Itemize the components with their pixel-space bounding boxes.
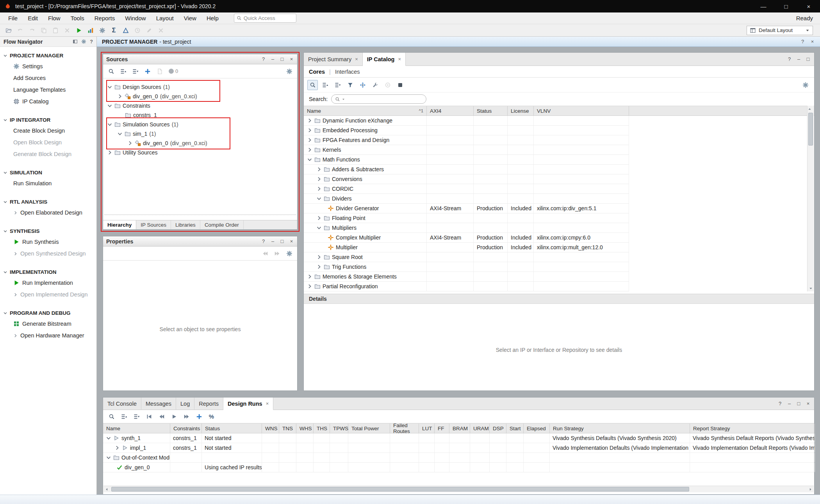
column-header-vlnv[interactable]: VLNV <box>534 106 629 115</box>
forward-arrow-icon[interactable] <box>272 248 282 259</box>
menu-tools[interactable]: Tools <box>66 15 89 21</box>
sidebar-item-run-synthesis[interactable]: Run Synthesis <box>0 236 96 248</box>
column-header-failed-routes[interactable]: Failed Routes <box>390 424 419 433</box>
tree-row-utility-sources[interactable]: Utility Sources <box>103 148 297 157</box>
sidebar-item-generate-bitstream[interactable]: Generate Bitstream <box>0 318 96 330</box>
expand-all-icon[interactable] <box>130 66 141 76</box>
tree-row-constrs-1[interactable]: constrs_1 <box>103 110 297 120</box>
column-header-status[interactable]: Status <box>474 106 508 115</box>
column-header-bram[interactable]: BRAM <box>449 424 470 433</box>
table-row-out-of-context-module-runs[interactable]: Out-of-Context Module Runs <box>103 453 814 463</box>
column-header-constraints[interactable]: Constraints <box>170 424 202 433</box>
tab-hierarchy[interactable]: Hierarchy <box>103 220 136 229</box>
settings-gear-icon[interactable] <box>284 66 294 76</box>
sidebar-item-open-synthesized-design[interactable]: Open Synthesized Design <box>0 248 96 259</box>
flow-section-header-implementation[interactable]: IMPLEMENTATION <box>0 267 96 277</box>
minimize-icon[interactable]: – <box>796 56 801 62</box>
table-row-embedded-processing[interactable]: Embedded Processing <box>304 126 629 135</box>
target-icon[interactable] <box>382 80 393 90</box>
dock-icon[interactable] <box>73 39 78 44</box>
scrollbar-thumb[interactable] <box>111 487 689 492</box>
menu-layout[interactable]: Layout <box>151 15 179 21</box>
table-row-conversions[interactable]: Conversions <box>304 174 629 184</box>
flow-section-header-simulation[interactable]: SIMULATION <box>0 168 96 177</box>
step-back-icon[interactable] <box>156 412 167 422</box>
menu-flow[interactable]: Flow <box>43 15 66 21</box>
close-icon[interactable]: × <box>289 56 294 62</box>
column-header-total-power[interactable]: Total Power <box>348 424 390 433</box>
expand-all-icon[interactable] <box>131 412 142 422</box>
column-header-status[interactable]: Status <box>202 424 262 433</box>
column-header-whs[interactable]: WHS <box>296 424 314 433</box>
column-header-tpws[interactable]: TPWS <box>330 424 348 433</box>
column-header-dsp[interactable]: DSP <box>490 424 506 433</box>
maximize-button[interactable]: □ <box>775 0 797 12</box>
help-icon[interactable]: ? <box>90 39 93 44</box>
scroll-down-icon[interactable] <box>808 285 814 291</box>
expand-all-icon[interactable] <box>332 80 343 90</box>
menu-help[interactable]: Help <box>201 15 224 21</box>
add-sources-icon[interactable] <box>142 66 153 76</box>
tab-compile-order[interactable]: Compile Order <box>200 220 244 229</box>
tab-ip-sources[interactable]: IP Sources <box>136 220 171 229</box>
column-header-lut[interactable]: LUT <box>419 424 435 433</box>
close-icon[interactable]: × <box>289 238 294 244</box>
report-timing-icon[interactable] <box>120 25 131 35</box>
sidebar-item-open-elaborated-design[interactable]: Open Elaborated Design <box>0 207 96 218</box>
menu-edit[interactable]: Edit <box>23 15 43 21</box>
vertical-scrollbar[interactable] <box>807 106 814 291</box>
close-icon[interactable]: × <box>266 401 269 406</box>
edit-icon[interactable] <box>144 25 154 35</box>
reset-runs-icon[interactable] <box>144 412 154 422</box>
column-header-ff[interactable]: FF <box>435 424 449 433</box>
close-icon[interactable]: × <box>810 39 815 44</box>
sidebar-item-add-sources[interactable]: Add Sources <box>0 72 96 84</box>
sidebar-item-run-implementation[interactable]: Run Implementation <box>0 277 96 289</box>
flow-section-header-rtl-analysis[interactable]: RTL ANALYSIS <box>0 197 96 207</box>
quick-access-search[interactable]: Quick Access <box>234 14 296 23</box>
tree-row-design-sources[interactable]: Design Sources (1) <box>103 82 297 92</box>
gear-icon[interactable] <box>81 39 86 44</box>
search-icon[interactable] <box>106 412 117 422</box>
collapse-all-icon[interactable] <box>119 412 129 422</box>
tab-log[interactable]: Log <box>176 398 194 410</box>
sidebar-item-ip-catalog[interactable]: IP Catalog <box>0 96 96 107</box>
sidebar-item-open-implemented-design[interactable]: Open Implemented Design <box>0 289 96 300</box>
stop-icon[interactable] <box>395 80 405 90</box>
menu-file[interactable]: File <box>3 15 23 21</box>
minimize-icon[interactable]: – <box>787 401 792 406</box>
tree-row-sim-1[interactable]: sim_1 (1) <box>103 129 297 138</box>
help-icon[interactable]: ? <box>777 401 783 406</box>
sidebar-item-generate-block-design[interactable]: Generate Block Design <box>0 148 96 160</box>
horizontal-scrollbar[interactable] <box>103 486 814 492</box>
float-icon[interactable]: □ <box>280 56 285 62</box>
close-icon[interactable]: × <box>398 56 401 62</box>
help-icon[interactable]: ? <box>261 56 266 62</box>
table-row-math-functions[interactable]: Math Functions <box>304 155 629 165</box>
table-row-synth-1[interactable]: synth_1constrs_1Not startedVivado Synthe… <box>103 433 814 443</box>
table-row-dividers[interactable]: Dividers <box>304 194 629 204</box>
back-arrow-icon[interactable] <box>260 248 270 259</box>
tab-libraries[interactable]: Libraries <box>171 220 200 229</box>
customize-ip-icon[interactable] <box>370 80 380 90</box>
report-utilization-icon[interactable]: Σ <box>109 25 119 35</box>
flow-section-header-program-and-debug[interactable]: PROGRAM AND DEBUG <box>0 308 96 318</box>
table-row-kernels[interactable]: Kernels <box>304 145 629 155</box>
table-row-partial-reconfiguration[interactable]: Partial Reconfiguration <box>304 282 629 291</box>
table-row-complex-multiplier[interactable]: Complex MultiplierAXI4-StreamProductionI… <box>304 233 629 243</box>
gear-icon[interactable] <box>284 248 294 259</box>
table-row-trig-functions[interactable]: Trig Functions <box>304 262 629 272</box>
sidebar-item-create-block-design[interactable]: Create Block Design <box>0 125 96 137</box>
add-ip-to-design-icon[interactable] <box>357 80 368 90</box>
open-project-icon[interactable] <box>3 25 14 35</box>
column-header-report-strategy[interactable]: Report Strategy <box>690 424 815 433</box>
column-header-start[interactable]: Start <box>506 424 524 433</box>
step-forward-icon[interactable] <box>181 412 192 422</box>
delete-icon[interactable] <box>62 25 72 35</box>
table-row-multipliers[interactable]: Multipliers <box>304 223 629 233</box>
tab-ip-catalog[interactable]: IP Catalog× <box>363 53 406 66</box>
tab-design-runs[interactable]: Design Runs× <box>223 398 273 410</box>
percent-toggle-icon[interactable]: % <box>206 412 217 422</box>
create-runs-icon[interactable] <box>194 412 204 422</box>
flow-section-header-synthesis[interactable]: SYNTHESIS <box>0 226 96 236</box>
